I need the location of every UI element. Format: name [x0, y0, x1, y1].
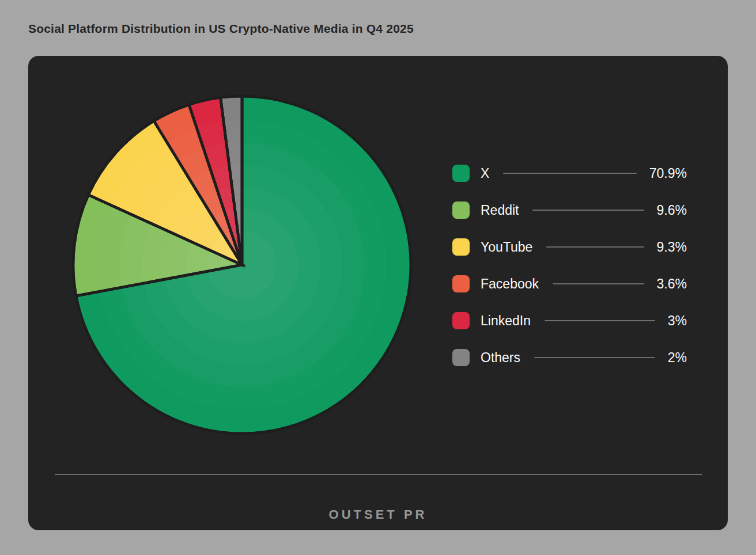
legend-row-linkedin[interactable]: LinkedIn 3% [452, 312, 687, 329]
legend-swatch-linkedin [452, 312, 470, 329]
legend-swatch-x [452, 165, 470, 182]
legend: X 70.9% Reddit 9.6% YouTube 9.3% Faceboo… [452, 165, 687, 366]
legend-leader-line [503, 173, 636, 174]
legend-leader-line [545, 320, 655, 321]
legend-leader-line [553, 283, 644, 284]
chart-card: X 70.9% Reddit 9.6% YouTube 9.3% Faceboo… [28, 56, 728, 530]
brand-logo: OUTSET PR [28, 507, 728, 522]
legend-swatch-reddit [452, 202, 470, 219]
legend-row-reddit[interactable]: Reddit 9.6% [452, 202, 687, 219]
page-title: Social Platform Distribution in US Crypt… [28, 22, 414, 36]
legend-label: Facebook [481, 276, 539, 292]
pie-chart [70, 93, 414, 436]
page-background: { "page": { "title": "Social Platform Di… [0, 0, 756, 555]
legend-swatch-youtube [452, 238, 470, 256]
legend-row-youtube[interactable]: YouTube 9.3% [452, 238, 687, 256]
legend-value: 3.6% [657, 276, 687, 292]
legend-swatch-others [452, 349, 470, 366]
legend-row-facebook[interactable]: Facebook 3.6% [452, 275, 687, 292]
legend-leader-line [534, 357, 655, 358]
legend-value: 3% [668, 313, 687, 329]
legend-value: 9.6% [657, 203, 687, 218]
legend-label: LinkedIn [481, 313, 531, 329]
legend-label: X [481, 166, 489, 181]
legend-swatch-facebook [452, 275, 470, 292]
legend-label: YouTube [481, 240, 532, 255]
legend-value: 9.3% [657, 240, 687, 255]
legend-leader-line [532, 210, 644, 211]
footer-divider [55, 474, 702, 475]
pie-chart-svg [70, 93, 414, 436]
legend-row-x[interactable]: X 70.9% [452, 165, 687, 182]
legend-value: 70.9% [649, 166, 687, 181]
legend-leader-line [546, 246, 644, 248]
legend-label: Others [481, 350, 520, 366]
legend-value: 2% [668, 350, 687, 366]
legend-row-others[interactable]: Others 2% [452, 349, 687, 366]
legend-label: Reddit [481, 203, 519, 218]
